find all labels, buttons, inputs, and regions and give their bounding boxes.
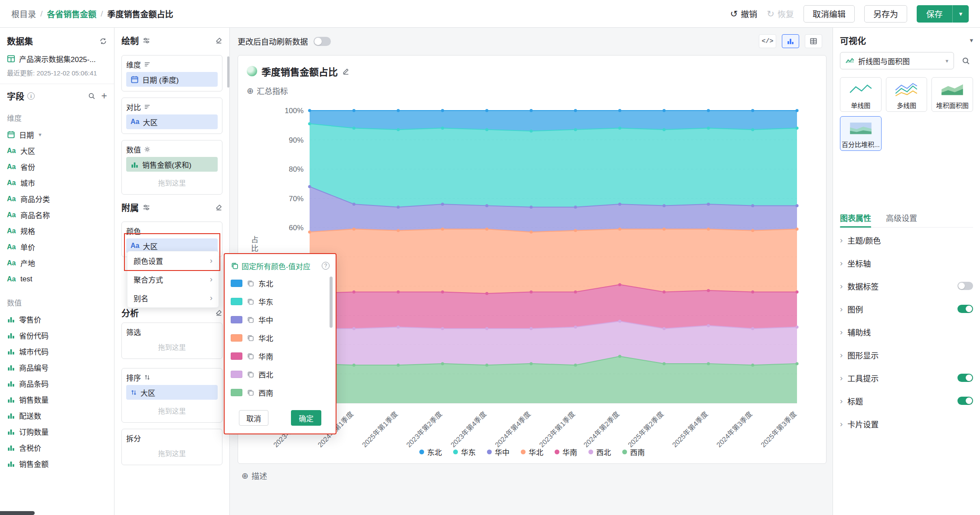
viz-section-坐标轴[interactable]: ›坐标轴 <box>840 251 973 274</box>
copy-icon[interactable] <box>247 389 254 396</box>
toggle-标题[interactable] <box>957 397 973 405</box>
sort-drop-zone[interactable]: 拖到这里 <box>126 403 218 418</box>
viz-section-辅助线[interactable]: ›辅助线 <box>840 320 973 343</box>
breadcrumb-root[interactable]: 根目录 <box>11 8 36 20</box>
chart-type-stacked-area[interactable]: 堆积面积图 <box>931 77 973 112</box>
field-item-零售价[interactable]: 零售价 <box>7 311 107 327</box>
save-button[interactable]: 保存 <box>917 5 952 23</box>
chevron-down-icon[interactable]: ▾ <box>39 131 42 138</box>
copy-icon[interactable] <box>247 280 254 287</box>
legend-item-华北[interactable]: 华北 <box>521 447 543 457</box>
chart-type-percent-stacked-area[interactable]: 百分比堆积... <box>840 116 882 151</box>
chart-type-single-line[interactable]: 单线图 <box>840 77 882 112</box>
field-item-规格[interactable]: Aa规格 <box>7 223 107 239</box>
viz-section-工具提示[interactable]: ›工具提示 <box>840 366 973 389</box>
color-item-华南[interactable]: 华南 <box>231 347 330 365</box>
copy-icon[interactable] <box>247 334 254 342</box>
field-item-test[interactable]: Aatest <box>7 271 107 287</box>
copy-icon[interactable] <box>247 352 254 360</box>
value-drop-zone[interactable]: 拖到这里 <box>126 175 218 190</box>
field-item-大区[interactable]: Aa大区 <box>7 143 107 159</box>
popup-scrollbar-thumb[interactable] <box>330 277 333 328</box>
field-item-含税价[interactable]: 含税价 <box>7 440 107 456</box>
save-dropdown-icon[interactable]: ▾ <box>952 5 969 23</box>
viz-section-卡片设置[interactable]: ›卡片设置 <box>840 412 973 435</box>
color-swatch[interactable] <box>231 280 242 287</box>
viz-section-图例[interactable]: ›图例 <box>840 297 973 320</box>
viz-section-数据标签[interactable]: ›数据标签 <box>840 274 973 297</box>
save-split-button[interactable]: 保存 ▾ <box>917 5 969 23</box>
cancel-edit-button[interactable]: 取消编辑 <box>804 5 855 23</box>
field-item-订购数量[interactable]: 订购数量 <box>7 424 107 440</box>
split-drop-zone[interactable]: 拖到这里 <box>126 446 218 460</box>
copy-icon[interactable] <box>247 316 254 323</box>
field-item-商品名称[interactable]: Aa商品名称 <box>7 207 107 223</box>
undo-button[interactable]: ↺ 撤销 <box>730 8 758 20</box>
color-item-西北[interactable]: 西北 <box>231 365 330 383</box>
area-东北[interactable] <box>310 111 797 131</box>
chart-view-button[interactable] <box>782 34 799 48</box>
field-item-单价[interactable]: Aa单价 <box>7 239 107 255</box>
field-item-商品分类[interactable]: Aa商品分类 <box>7 191 107 207</box>
legend-item-西南[interactable]: 西南 <box>622 447 645 457</box>
popup-ok-button[interactable]: 确定 <box>291 410 321 426</box>
chip-date-quarter[interactable]: 日期 (季度) <box>126 72 218 87</box>
switch-dataset-icon[interactable] <box>99 37 107 45</box>
color-item-华北[interactable]: 华北 <box>231 329 330 347</box>
tab-chart-properties[interactable]: 图表属性 <box>840 212 871 227</box>
help-icon[interactable]: ? <box>322 262 330 270</box>
color-swatch[interactable] <box>231 352 242 360</box>
color-item-华中[interactable]: 华中 <box>231 310 330 329</box>
toggle-数据标签[interactable] <box>957 282 973 290</box>
viz-section-标题[interactable]: ›标题 <box>840 389 973 412</box>
viz-section-图形显示[interactable]: ›图形显示 <box>840 343 973 366</box>
gear-icon[interactable] <box>144 146 150 153</box>
copy-icon[interactable] <box>247 371 254 378</box>
color-item-华东[interactable]: 华东 <box>231 292 330 310</box>
sql-view-button[interactable]: </> <box>759 34 776 48</box>
legend-item-华中[interactable]: 华中 <box>487 447 510 457</box>
color-item-西南[interactable]: 西南 <box>231 383 330 401</box>
field-item-商品编号[interactable]: 商品编号 <box>7 359 107 375</box>
eraser-icon[interactable] <box>215 204 222 211</box>
menu-item-alias[interactable]: 别名 › <box>127 289 219 307</box>
copy-icon[interactable] <box>247 298 254 305</box>
add-field-icon[interactable]: + <box>101 91 107 101</box>
menu-item-aggregation[interactable]: 聚合方式 › <box>127 270 219 289</box>
breadcrumb-parent[interactable]: 各省销售金额 <box>47 8 96 20</box>
legend-item-华东[interactable]: 华东 <box>453 447 476 457</box>
edit-title-icon[interactable] <box>342 68 350 75</box>
field-item-城市[interactable]: Aa城市 <box>7 175 107 191</box>
toggle-工具提示[interactable] <box>957 374 973 382</box>
add-summary-metric[interactable]: ⊕ 汇总指标 <box>247 85 288 96</box>
chip-region[interactable]: Aa 大区 <box>126 114 218 129</box>
field-item-省份[interactable]: Aa省份 <box>7 159 107 175</box>
eraser-icon[interactable] <box>215 37 222 44</box>
color-swatch[interactable] <box>231 371 242 378</box>
field-item-配送数[interactable]: 配送数 <box>7 407 107 424</box>
color-swatch[interactable] <box>231 389 242 396</box>
field-item-省份代码[interactable]: 省份代码 <box>7 327 107 343</box>
search-chart-type-icon[interactable] <box>958 53 973 68</box>
popup-cancel-button[interactable]: 取消 <box>239 410 268 426</box>
add-description[interactable]: ⊕ 描述 <box>242 470 267 481</box>
area-华北[interactable] <box>310 229 797 293</box>
collapse-panel-icon[interactable]: ▾ <box>970 36 973 44</box>
chip-sort-region[interactable]: 大区 <box>126 385 218 400</box>
panel-scrollbar-thumb[interactable] <box>227 56 229 88</box>
field-item-城市代码[interactable]: 城市代码 <box>7 343 107 359</box>
sliders-icon[interactable] <box>143 37 150 44</box>
horizontal-scrollbar-thumb[interactable] <box>0 511 35 515</box>
legend-item-东北[interactable]: 东北 <box>419 447 442 457</box>
color-swatch[interactable] <box>231 334 242 342</box>
viz-section-主题/颜色[interactable]: ›主题/颜色 <box>840 228 973 251</box>
field-item-日期[interactable]: 日期▾ <box>7 127 107 143</box>
menu-item-color-settings[interactable]: 颜色设置 › <box>127 251 219 270</box>
toggle-图例[interactable] <box>957 305 973 313</box>
field-item-销售金额[interactable]: 销售金额 <box>7 456 107 472</box>
chart-category-select[interactable]: 折线图与面积图 ▾ <box>840 52 954 69</box>
chip-sales-amount-sum[interactable]: 销售金额(求和) <box>126 157 218 172</box>
eraser-icon[interactable] <box>215 309 222 316</box>
auto-refresh-toggle[interactable] <box>314 37 331 46</box>
search-fields-icon[interactable] <box>88 92 95 100</box>
